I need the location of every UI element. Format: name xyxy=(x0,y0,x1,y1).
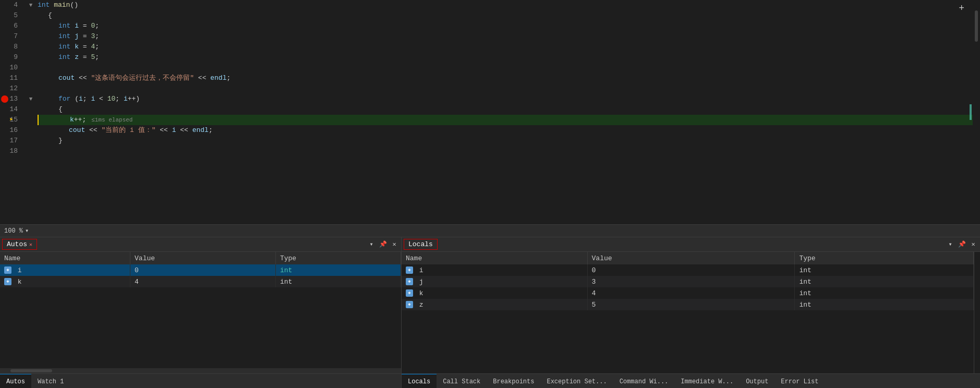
autos-row-i-type: int xyxy=(275,264,401,276)
locals-row-k[interactable]: ◈ k 4 int xyxy=(402,287,974,299)
fold-5 xyxy=(26,10,35,21)
locals-row-j[interactable]: ◈ j 3 int xyxy=(402,276,974,287)
locals-tab[interactable]: Locals xyxy=(404,239,438,250)
autos-table-container: Name Value Type ◈ i 0 int xyxy=(0,252,401,368)
number: 5 xyxy=(91,52,95,63)
bottom-tab-immediatewi-label: Immediate W... xyxy=(681,378,733,385)
autos-dropdown-button[interactable]: ▾ xyxy=(367,240,376,249)
variable: i xyxy=(124,94,128,104)
operator: = xyxy=(79,52,91,63)
fold-4[interactable]: ▼ xyxy=(26,0,35,10)
locals-row-z[interactable]: ◈ z 5 int xyxy=(402,299,974,310)
locals-title: Locals xyxy=(408,240,433,248)
autos-scrollbar-horizontal[interactable] xyxy=(0,368,401,373)
fold-11 xyxy=(26,73,35,83)
line-15-current: 15 xyxy=(0,115,22,125)
operator: << xyxy=(176,125,192,136)
locals-pin-button[interactable]: 📌 xyxy=(957,240,966,249)
autos-tab[interactable]: Autos ✕ xyxy=(2,239,37,250)
locals-col-value: Value xyxy=(587,252,795,264)
bottom-tab-commandwi[interactable]: Command Wi... xyxy=(613,374,675,388)
locals-row-z-value: 5 xyxy=(587,299,795,310)
autos-table-header: Name Value Type xyxy=(0,252,401,264)
locals-scrollbar-vertical[interactable] xyxy=(974,252,980,373)
autos-panel-header: Autos ✕ ▾ 📌 ✕ xyxy=(0,237,401,252)
code-line-15-current: k++;≤1ms elapsed xyxy=(38,115,973,125)
code-line-4: int main() xyxy=(38,0,973,10)
code-line-8: int k = 4; xyxy=(38,42,973,52)
autos-col-value: Value xyxy=(130,252,276,264)
operator: ; xyxy=(115,94,124,104)
add-tab-button[interactable]: + xyxy=(959,3,964,14)
variable: cout xyxy=(58,73,75,83)
var-icon-k: ◈ xyxy=(4,278,11,285)
autos-title: Autos xyxy=(7,240,27,248)
operator: = xyxy=(79,31,91,42)
line-gutter: 4 5 6 7 8 9 10 11 12 13 14 15 16 17 18 xyxy=(0,0,26,224)
line-10: 10 xyxy=(0,63,22,73)
variable: z xyxy=(75,52,79,63)
fold-7 xyxy=(26,31,35,42)
variable: endl xyxy=(210,73,226,83)
semicolon: ; xyxy=(95,31,99,42)
fold-17 xyxy=(26,136,35,146)
code-line-9: int z = 5; xyxy=(38,52,973,63)
operator: << xyxy=(194,73,210,83)
zoom-dropdown-button[interactable]: ▾ xyxy=(25,227,29,235)
variable: i xyxy=(75,21,79,31)
keyword: int xyxy=(58,21,75,31)
bottom-tab-watch1[interactable]: Watch 1 xyxy=(31,374,70,388)
code-line-13: for (i; i < 10; i++) xyxy=(38,94,973,104)
autos-row-k[interactable]: ◈ k 4 int xyxy=(0,276,401,287)
bottom-tab-callstack-label: Call Stack xyxy=(443,378,480,385)
fold-13[interactable]: ▼ xyxy=(26,94,35,104)
variable: i xyxy=(91,94,95,104)
bottom-tab-autos[interactable]: Autos xyxy=(0,374,31,388)
autos-close-button[interactable]: ✕ xyxy=(390,240,399,249)
bottom-tab-output[interactable]: Output xyxy=(740,374,775,388)
locals-dropdown-button[interactable]: ▾ xyxy=(946,240,955,249)
bottom-tab-breakpoints[interactable]: Breakpoints xyxy=(487,374,540,388)
code-line-10 xyxy=(38,63,973,73)
locals-row-k-name-text: k xyxy=(419,289,424,297)
bottom-tab-commandwi-label: Command Wi... xyxy=(620,378,669,385)
operator: < xyxy=(95,94,107,104)
autos-close-icon[interactable]: ✕ xyxy=(29,241,32,248)
semicolon: ; xyxy=(209,125,213,136)
autos-pin-button[interactable]: 📌 xyxy=(378,240,388,249)
line-13-breakpoint[interactable]: 13 xyxy=(0,94,22,104)
line-4: 4 xyxy=(0,0,22,10)
autos-bottom-tabs: Autos Watch 1 xyxy=(0,373,401,388)
line-6: 6 xyxy=(0,21,22,31)
locals-row-z-name: ◈ z xyxy=(402,299,587,310)
operator: << xyxy=(155,125,172,136)
bottom-tab-errorlist[interactable]: Error List xyxy=(775,374,825,388)
autos-row-k-name: ◈ k xyxy=(0,276,130,287)
bottom-tab-exceptionset[interactable]: Exception Set... xyxy=(540,374,613,388)
bottom-tab-callstack[interactable]: Call Stack xyxy=(437,374,487,388)
scrollbar-thumb[interactable] xyxy=(975,10,978,42)
autos-row-k-value: 4 xyxy=(130,276,276,287)
operator: ; xyxy=(83,94,91,104)
bottom-tab-autos-label: Autos xyxy=(6,378,25,385)
locals-row-i[interactable]: ◈ i 0 int xyxy=(402,264,974,276)
operator: = xyxy=(79,42,91,52)
editor-scrollbar-vertical[interactable] xyxy=(973,0,980,224)
brace: { xyxy=(58,104,63,115)
fold-8 xyxy=(26,42,35,52)
variable: k xyxy=(75,42,79,52)
autos-row-i[interactable]: ◈ i 0 int xyxy=(0,264,401,276)
var-icon: ◈ xyxy=(4,266,11,274)
bottom-tab-locals[interactable]: Locals xyxy=(402,374,437,388)
operator: << xyxy=(85,125,101,136)
debug-panels: Autos ✕ ▾ 📌 ✕ Name Value Type xyxy=(0,237,980,388)
autos-scrollbar-thumb-h[interactable] xyxy=(10,369,52,372)
fold-indicator-column: ▼ ▼ xyxy=(26,0,35,224)
fold-10 xyxy=(26,63,35,73)
code-line-6: int i = 0; xyxy=(38,21,973,31)
bottom-tab-immediatewi[interactable]: Immediate W... xyxy=(674,374,740,388)
line-16: 16 xyxy=(0,125,22,136)
locals-row-k-name: ◈ k xyxy=(402,287,587,299)
locals-close-button[interactable]: ✕ xyxy=(969,240,978,249)
elapsed-time: ≤1ms elapsed xyxy=(91,115,132,125)
